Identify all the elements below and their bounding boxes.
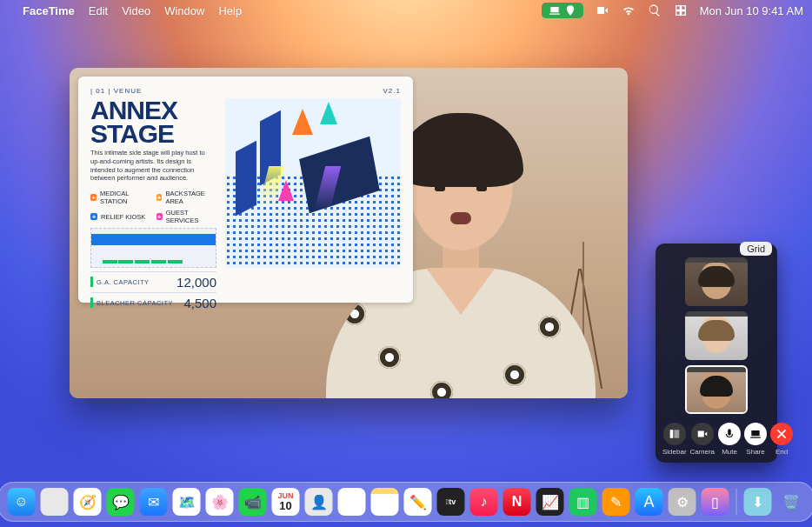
card-mini-diagram [90,228,216,268]
menu-video[interactable]: Video [122,4,150,17]
card-tab-left: | 01 | VENUE [90,87,142,95]
screenshare-window[interactable]: | 01 | VENUE V2.1 ANNEXSTAGE This intima… [70,68,628,398]
share-button[interactable]: Share [744,423,767,456]
menu-edit[interactable]: Edit [89,4,108,17]
card-title: ANNEXSTAGE [90,98,216,145]
menu-help[interactable]: Help [218,4,242,17]
facetime-status-icon[interactable] [596,3,609,17]
dock-iphone-mirroring[interactable]: ▯ [702,488,729,516]
end-button[interactable]: End [770,423,793,456]
dock-numbers[interactable]: ▥ [569,488,597,516]
dock-reminders[interactable] [338,488,366,516]
dock-launchpad[interactable] [41,488,69,516]
dock-settings[interactable]: ⚙︎ [669,488,696,516]
dock-separator [736,489,737,515]
dock: ☺ 🧭 💬 ✉︎ 🗺️ 🌸 📹 JUN10 👤 ✏️ tv ♪ N 📈 ▥ ✎… [0,482,812,522]
dock-trash[interactable]: 🗑️ [777,488,805,516]
dock-tv[interactable]: tv [437,488,465,516]
dock-safari[interactable]: 🧭 [74,488,102,516]
presentation-card: | 01 | VENUE V2.1 ANNEXSTAGE This intima… [78,77,413,303]
dock-appstore[interactable]: A [636,488,663,516]
participant-thumb-1[interactable] [685,257,748,306]
wifi-icon[interactable] [622,3,636,17]
card-description: This intimate side stage will play host … [90,149,216,183]
dock-notes[interactable] [371,488,399,516]
spotlight-icon[interactable] [648,3,662,17]
grid-toggle[interactable]: Grid [740,242,772,256]
dock-music[interactable]: ♪ [470,488,498,516]
stat-bleacher: BLEACHER CAPACITY 4,500 [90,292,216,313]
dock-facetime[interactable]: 📹 [239,488,267,516]
menu-window[interactable]: Window [164,4,204,17]
card-tab-right: V2.1 [383,87,401,95]
self-view-thumb[interactable] [685,365,748,414]
dock-calendar[interactable]: JUN10 [272,488,300,516]
mute-button[interactable]: Mute [718,423,741,456]
dock-freeform[interactable]: ✏️ [404,488,432,516]
facetime-panel[interactable]: Grid Sidebar Camera Mute Share End [656,243,777,463]
dock-pages[interactable]: ✎ [602,488,630,516]
screenshare-status-pill[interactable] [542,3,583,18]
menubar-app-name[interactable]: FaceTime [23,4,75,17]
dock-finder[interactable]: ☺ [8,488,36,516]
camera-button[interactable]: Camera [690,423,715,456]
dock-maps[interactable]: 🗺️ [173,488,201,516]
dock-stocks[interactable]: 📈 [536,488,564,516]
sidebar-button[interactable]: Sidebar [662,423,687,456]
card-legend: MEDICAL STATION BACKSTAGE AREA RELIEF KI… [90,190,216,224]
dock-photos[interactable]: 🌸 [206,488,234,516]
dock-cal-day: 10 [279,500,291,511]
menubar-clock[interactable]: Mon Jun 10 9:41 AM [700,4,803,17]
dock-contacts[interactable]: 👤 [305,488,333,516]
participant-thumb-2[interactable] [685,311,748,360]
stat-ga: G.A. CAPACITY 12,000 [90,271,216,292]
control-center-icon[interactable] [674,3,688,17]
dock-downloads[interactable]: ⬇︎ [744,488,772,516]
card-iso-illustration [225,98,401,268]
dock-messages[interactable]: 💬 [107,488,135,516]
dock-news[interactable]: N [503,488,531,516]
dock-mail[interactable]: ✉︎ [140,488,168,516]
menubar: FaceTime Edit Video Window Help Mon Jun … [0,0,812,21]
